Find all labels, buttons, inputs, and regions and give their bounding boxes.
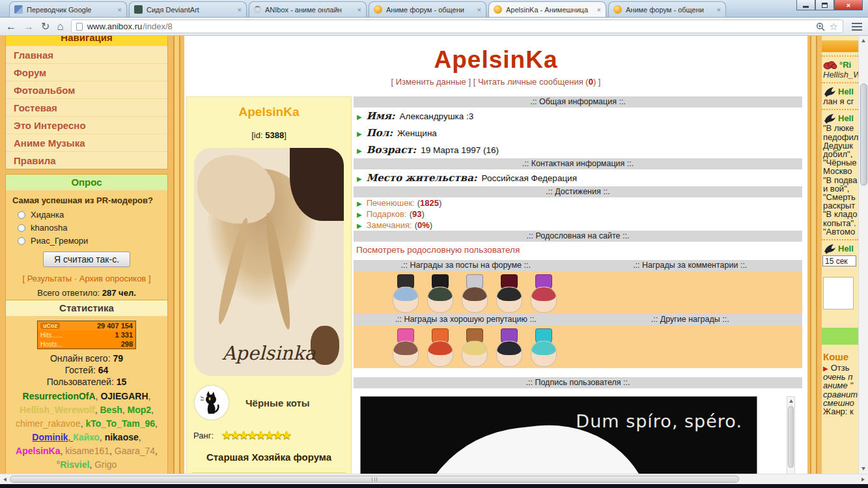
info-row: Пол: Женщина [354,124,802,141]
radio-button-icon[interactable] [18,211,25,219]
online-user-link[interactable]: Besh [100,405,127,415]
achievement-label: Подарков: [367,209,407,219]
zoom-icon[interactable] [816,22,825,31]
menu-icon[interactable] [852,23,862,31]
close-button[interactable] [834,0,863,10]
online-user-link[interactable]: kisame161 [65,446,114,456]
nav-link[interactable]: Форум [6,63,167,81]
online-user-link[interactable]: Dominik [32,432,73,442]
page-title: ApelsinKa [184,46,807,74]
tab-close-icon[interactable] [357,6,361,14]
restore-button[interactable] [815,0,834,10]
read-pm-link[interactable]: Читать личные сообщения [478,77,583,87]
poll-total-value: 287 чел. [102,288,136,298]
online-user-link[interactable]: ResurrectionOfA [23,391,101,401]
poll-options: Хиданка khanosha Риас_Гремори [12,210,161,246]
pedigree-link[interactable]: Посмотреть родословную пользователя [354,242,802,260]
chat-username[interactable]: Hell [838,243,854,254]
review-line: сравнит [822,390,858,399]
online-user-link[interactable]: Hellish_Werewolf [20,405,100,415]
nav-link[interactable]: Правила [6,151,167,169]
chat-input-box[interactable] [823,277,854,309]
badge-avatar [427,341,453,367]
online-user-link[interactable]: kTo_To_Tam_96 [85,418,157,429]
signature-scrollbar-thumb[interactable] [788,406,794,468]
back-button[interactable] [6,22,16,32]
poll-vote-button[interactable]: Я считаю так-с. [43,251,130,267]
online-user-link[interactable]: chimer_rakavoe [16,418,85,429]
poll-option[interactable]: khanosha [18,223,161,233]
badge-avatar-hair [497,341,522,355]
nav-link[interactable]: Это Интересно [6,116,167,134]
online-value: 79 [113,353,123,364]
online-user-link[interactable]: °Risviel [57,459,95,470]
review-link[interactable]: Отзь [831,363,850,373]
poll-option[interactable]: Хиданка [18,210,161,220]
chat-username[interactable]: °Ri [839,59,851,70]
bracket: [ [473,77,476,87]
scroll-down-icon[interactable] [859,464,868,474]
achievement-value: 0% [417,220,430,230]
minimize-button[interactable] [796,0,815,10]
nav-link[interactable]: Фотоальбом [6,81,167,98]
paren: ) [421,209,424,219]
browser-tab[interactable]: Сидя DeviantArt [129,1,247,17]
online-user-link[interactable]: Кайко [73,432,104,442]
url-host: www.anibox.ru [87,22,143,31]
group-name: Чёрные коты [245,397,310,409]
radio-button-icon[interactable] [18,224,25,232]
chat-username[interactable]: Hell [838,86,854,97]
radio-button-icon[interactable] [18,237,25,245]
chat-line: "В подва [822,176,858,184]
tab-close-icon[interactable] [238,6,242,14]
online-user-link[interactable]: Mop2 [128,405,154,415]
ucoz-counter: uCoz 29 407 154 Hits...... 1 331 Hosts..… [37,321,136,349]
nav-link[interactable]: Главная [6,46,167,63]
scroll-right-icon[interactable] [858,474,868,485]
browser-tab[interactable]: Аниме форум - общени [369,1,486,17]
review-line: Отзь [822,364,858,373]
achievement-value: 1825 [420,198,439,208]
poll-total: Всего ответило: 287 чел. [12,288,161,298]
tab-close-icon[interactable] [118,6,122,14]
online-user-link[interactable]: ApelsinKa [16,446,65,456]
online-user-link[interactable]: OJIEGARH [100,391,150,401]
badge-avatar [393,341,419,367]
chat-username[interactable]: Hell [838,113,854,124]
achievement-rows: Печенюшек: (1825) Подарков: (93) Замечан… [354,197,802,231]
nav-link[interactable]: Аниме Музыка [6,134,167,151]
tab-close-icon[interactable] [717,6,721,14]
online-user-link[interactable]: nikaose [105,432,141,442]
badge-avatar-hair [393,287,418,301]
browser-tab[interactable]: ANIbox - аниме онлайн [249,1,367,17]
signature-scrollbar[interactable] [787,396,795,474]
poll-option[interactable]: Риас_Гремори [18,236,161,246]
scroll-left-icon[interactable] [0,474,10,485]
pm-count: 0 [589,77,593,87]
poll-archive-link[interactable]: Архив опросиков [79,274,147,283]
tab-close-icon[interactable] [597,6,601,14]
tab-close-icon[interactable] [477,6,481,14]
browser-tab[interactable]: Аниме форум - общени [608,1,726,17]
home-button[interactable] [57,21,63,32]
browser-tab[interactable]: Переводчик Google [9,1,127,17]
bookmark-star-icon[interactable] [830,21,838,33]
scroll-up-icon[interactable] [787,397,794,405]
nav-link[interactable]: Гостевая [6,98,167,116]
address-bar[interactable]: www.anibox.ru/index/8 [71,20,843,33]
poll-results-link[interactable]: Результаты [27,274,72,283]
horizontal-scrollbar[interactable] [0,474,868,484]
edit-data-link[interactable]: Изменить данные [396,77,466,87]
online-user-link[interactable]: Grigo [94,459,117,470]
reload-button[interactable] [41,22,49,32]
vertical-scrollbar[interactable] [858,36,868,474]
online-user-link[interactable]: Gaara_74 [115,446,158,456]
refresh-interval-select[interactable]: 15 сек [822,255,856,266]
browser-tab[interactable]: ApelsinKa - Анимешница [488,1,606,17]
vertical-scrollbar-thumb[interactable] [860,83,867,186]
tab-favicon [613,5,622,14]
horizontal-scrollbar-thumb[interactable] [10,476,739,483]
forward-button[interactable] [23,22,34,32]
forum-status: Старшая Хозяйка форума [187,452,351,463]
scroll-up-icon[interactable] [859,36,868,46]
